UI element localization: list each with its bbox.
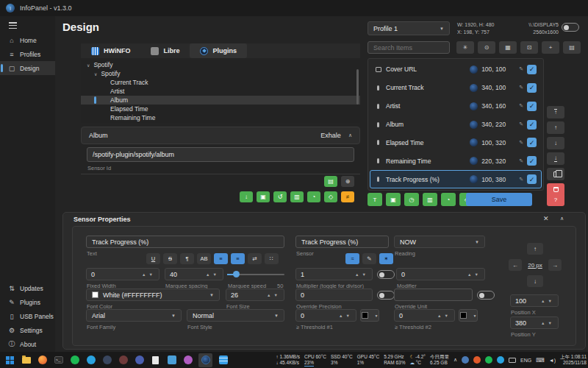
taskbar-app-infopanel-active[interactable] bbox=[198, 353, 212, 367]
spotify-tray-icon[interactable] bbox=[485, 356, 492, 364]
strikethrough-button[interactable]: S bbox=[163, 253, 177, 264]
align-center-button[interactable]: ≡ bbox=[231, 253, 245, 264]
add-text-button[interactable]: T bbox=[368, 193, 382, 206]
chevron-up-icon[interactable]: ∧ bbox=[348, 132, 352, 138]
chevron-down-icon[interactable]: ▼ bbox=[547, 321, 553, 325]
export-button[interactable]: ▤ bbox=[563, 41, 581, 54]
language-indicator[interactable]: ENG bbox=[520, 358, 531, 363]
edit-icon[interactable]: ✎ bbox=[519, 66, 523, 72]
move-down-button[interactable]: ↓ bbox=[547, 137, 564, 149]
taskbar-app-explorer[interactable] bbox=[21, 355, 32, 366]
tree-node-spotify-root[interactable]: ∨Spotify bbox=[81, 60, 360, 69]
sidebar-item-usb-panels[interactable]: ▯USB Panels bbox=[0, 309, 55, 323]
chevron-down-icon[interactable]: ▼ bbox=[212, 272, 218, 277]
position-x-stepper[interactable]: 100▲▼ bbox=[510, 294, 559, 307]
nudge-up-button[interactable]: ↑ bbox=[527, 243, 543, 255]
font-color-select[interactable]: White (#FFFFFFFF)▼ bbox=[86, 289, 220, 301]
chevron-up-icon[interactable]: ▲ bbox=[539, 321, 546, 325]
grid-button[interactable]: ▦ bbox=[499, 41, 517, 54]
tree-scrollbar[interactable] bbox=[356, 69, 359, 105]
tab-libre[interactable]: Libre bbox=[140, 43, 190, 58]
data-usage[interactable]: 今日用量6.25 GB bbox=[430, 354, 449, 366]
threshold2-color-picker[interactable]: ▼ bbox=[459, 309, 478, 322]
save-button[interactable]: Save bbox=[466, 193, 532, 206]
underline-button[interactable]: U bbox=[146, 253, 160, 264]
sensor-id-input[interactable] bbox=[87, 147, 354, 162]
nudge-left-button[interactable]: ← bbox=[509, 259, 522, 271]
tree-node-spotify-group[interactable]: ∨Spotify bbox=[81, 69, 360, 78]
threshold1-color-picker[interactable]: ▼ bbox=[360, 309, 379, 322]
formula-button[interactable]: ≈ bbox=[345, 253, 359, 264]
item-row-elapsed-time[interactable]: Elapsed Time100, 320✎ bbox=[370, 133, 542, 152]
chevron-down-icon[interactable]: ▼ bbox=[473, 272, 480, 277]
marquee-speed-slider[interactable] bbox=[227, 268, 284, 280]
sidebar-item-plugins[interactable]: ✎Plugins bbox=[0, 295, 55, 309]
save-sensor-button[interactable]: ▤ bbox=[324, 176, 337, 187]
taskbar-app-tasks[interactable] bbox=[218, 355, 229, 366]
item-row-current-track[interactable]: Current Track340, 100✎ bbox=[370, 79, 542, 97]
clock-ram-monitor[interactable]: 5.29 GHzRAM 63% bbox=[384, 354, 405, 366]
hamburger-menu-icon[interactable] bbox=[9, 22, 17, 29]
edit-icon[interactable]: ✎ bbox=[519, 177, 523, 183]
swap-button[interactable]: ⇄ bbox=[248, 253, 262, 264]
nudge-down-button[interactable]: ↓ bbox=[527, 275, 543, 287]
action-compare-button[interactable]: ≠ bbox=[341, 191, 354, 202]
edit-icon[interactable]: ✎ bbox=[519, 158, 523, 164]
chevron-down-icon[interactable]: ▼ bbox=[547, 299, 553, 303]
modifier-stepper[interactable]: 0▲▼ bbox=[396, 268, 485, 280]
taskbar-app-spotify[interactable] bbox=[69, 355, 80, 366]
add-chart-button[interactable]: ▥ bbox=[423, 193, 437, 206]
chevron-up-icon[interactable]: ▲ bbox=[436, 314, 442, 318]
taskbar-app-paw[interactable] bbox=[166, 355, 177, 366]
spacing-button[interactable]: ∷ bbox=[265, 253, 279, 264]
chevron-up-icon[interactable]: ▲ bbox=[539, 299, 546, 303]
edit-icon[interactable]: ✎ bbox=[519, 103, 523, 109]
position-y-stepper[interactable]: 380▲▼ bbox=[510, 316, 559, 329]
tree-leaf-remaining-time[interactable]: Remaining Time bbox=[81, 113, 360, 122]
import-button[interactable]: ⊡ bbox=[520, 41, 538, 54]
override-precision-input[interactable]: 0 bbox=[295, 289, 373, 301]
visible-checkbox[interactable] bbox=[527, 138, 537, 147]
steam-tray-icon[interactable] bbox=[462, 356, 469, 364]
fixed-width-stepper[interactable]: 0▲▼ bbox=[86, 268, 159, 280]
visible-checkbox[interactable] bbox=[527, 65, 537, 74]
chevron-up-icon[interactable]: ▲ bbox=[354, 272, 360, 277]
taskbar-app-music[interactable] bbox=[182, 355, 193, 366]
sidebar-item-updates[interactable]: ⇅Updates bbox=[0, 281, 55, 295]
chevron-up-icon[interactable]: ∧ bbox=[560, 216, 564, 222]
touch-keyboard-icon[interactable]: ⌨ bbox=[536, 357, 545, 364]
move-to-top-button[interactable]: ↑ bbox=[547, 106, 564, 118]
move-button[interactable]: + bbox=[542, 41, 559, 54]
volume-icon[interactable]: ◄) bbox=[549, 358, 556, 363]
hidden-icons-chevron[interactable]: ∧ bbox=[453, 357, 457, 363]
nudge-right-button[interactable]: → bbox=[548, 259, 562, 271]
item-row-cover-url[interactable]: Cover URL100, 100✎ bbox=[370, 60, 542, 79]
chevron-down-icon[interactable]: ▼ bbox=[345, 314, 351, 318]
cpu-monitor[interactable]: CPU 60°C23% bbox=[304, 354, 326, 367]
text-input[interactable] bbox=[86, 236, 284, 248]
duplicate-button[interactable] bbox=[547, 168, 564, 180]
sidebar-item-profiles[interactable]: ≡Profiles bbox=[0, 47, 55, 61]
move-up-button[interactable]: ↑ bbox=[547, 121, 564, 134]
paragraph-button[interactable]: ¶ bbox=[180, 253, 194, 264]
chevron-down-icon[interactable]: ▼ bbox=[273, 293, 279, 297]
reading-select[interactable]: NOW▼ bbox=[394, 236, 485, 248]
chevron-up-icon[interactable]: ▲ bbox=[265, 293, 272, 297]
divisor-toggle[interactable] bbox=[377, 270, 395, 279]
edit-button[interactable]: ✎ bbox=[362, 253, 376, 264]
tree-leaf-album[interactable]: Album bbox=[81, 96, 360, 105]
profile-select[interactable]: Profile 1▼ bbox=[368, 21, 450, 35]
taskbar-app-terminal[interactable]: >_ bbox=[53, 355, 64, 366]
action-chart-button[interactable]: ▥ bbox=[290, 191, 304, 202]
slider-knob[interactable] bbox=[233, 271, 240, 277]
taskbar-app-brain[interactable] bbox=[134, 355, 145, 366]
add-sensor-button[interactable]: ⊕ bbox=[341, 176, 354, 187]
nudge-step-link[interactable]: 20 px bbox=[526, 262, 545, 269]
override-unit-input[interactable] bbox=[394, 289, 473, 301]
ssd-monitor[interactable]: SSD 40°C3% bbox=[331, 354, 353, 366]
telegram-tray-icon[interactable] bbox=[497, 356, 504, 364]
action-download-button[interactable]: ↓ bbox=[240, 191, 253, 202]
action-gauge-button[interactable]: ◔ bbox=[307, 191, 320, 202]
tree-leaf-artist[interactable]: Artist bbox=[81, 87, 360, 96]
visible-checkbox[interactable] bbox=[527, 102, 537, 111]
